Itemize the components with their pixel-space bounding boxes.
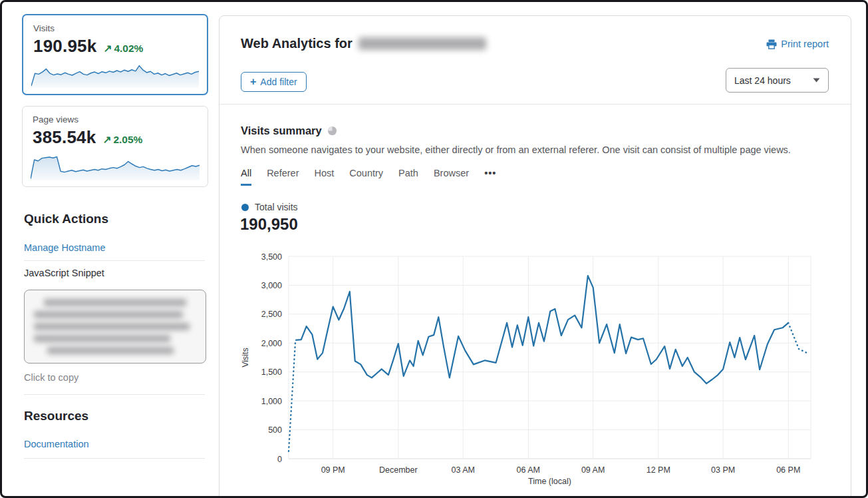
svg-text:Time (local): Time (local) [528, 477, 571, 486]
svg-text:0: 0 [277, 455, 282, 464]
time-range-dropdown[interactable]: Last 24 hours [726, 68, 829, 93]
svg-text:3,000: 3,000 [261, 281, 282, 290]
metric-card-label: Page views [33, 115, 198, 124]
trend-up-icon: ↗ [102, 134, 111, 145]
dimension-tabs: All Referer Host Country Path Browser ••… [241, 168, 496, 186]
page-title-text: Web Analytics for [241, 36, 353, 51]
svg-text:03 AM: 03 AM [451, 465, 474, 475]
divider [24, 260, 205, 261]
redacted-code-line [34, 335, 170, 342]
pie-chart-help-icon[interactable] [327, 126, 337, 136]
visits-summary-title: Visits summary [241, 124, 337, 137]
trend-up-icon: ↗ [103, 43, 112, 54]
svg-text:1,500: 1,500 [261, 368, 282, 377]
svg-text:12 PM: 12 PM [647, 465, 670, 475]
sidebar: Visits 190.95k ↗4.02% Page views 385.54k… [22, 2, 207, 496]
svg-text:09 AM: 09 AM [581, 465, 605, 475]
tab-path[interactable]: Path [398, 168, 418, 186]
metric-card-value: 190.95k [33, 36, 96, 57]
printer-icon [766, 39, 777, 49]
js-snippet-box[interactable] [24, 290, 206, 364]
main-panel: Web Analytics for Print report + Add fil… [219, 15, 851, 498]
tab-country[interactable]: Country [349, 168, 383, 186]
legend-label: Total visits [255, 202, 298, 212]
page-views-sparkline [31, 149, 200, 181]
total-visits-value: 190,950 [240, 215, 298, 234]
tab-referer[interactable]: Referer [267, 168, 299, 186]
quick-actions-title: Quick Actions [24, 212, 108, 226]
svg-text:06 PM: 06 PM [776, 465, 800, 475]
trend-badge: ↗4.02% [103, 43, 143, 55]
metric-card-value: 385.54k [33, 127, 96, 148]
metric-card-visits[interactable]: Visits 190.95k ↗4.02% [22, 14, 208, 95]
chart-legend: Total visits [241, 202, 298, 212]
js-snippet-label: JavaScript Snippet [24, 268, 104, 278]
plus-icon: + [250, 76, 256, 88]
visits-summary-title-text: Visits summary [241, 124, 322, 137]
chevron-down-icon [813, 78, 820, 83]
trend-delta: 4.02% [114, 43, 143, 54]
redacted-code-line [34, 323, 190, 330]
svg-text:03 PM: 03 PM [711, 465, 735, 475]
tab-overflow-ellipsis[interactable]: ••• [484, 168, 496, 186]
redacted-code-line [47, 347, 174, 354]
svg-text:2,000: 2,000 [261, 339, 282, 348]
metric-card-page-views[interactable]: Page views 385.54k ↗2.05% [22, 106, 208, 187]
svg-text:December: December [379, 465, 418, 475]
metric-card-label: Visits [33, 23, 197, 33]
manage-hostname-link[interactable]: Manage Hostname [24, 242, 106, 253]
page-title: Web Analytics for [241, 36, 486, 51]
add-filter-label: Add filter [260, 77, 297, 87]
resources-title: Resources [24, 409, 88, 423]
visits-summary-description: When someone navigates to your website, … [241, 144, 791, 155]
legend-dot-icon [241, 204, 249, 211]
add-filter-button[interactable]: + Add filter [241, 72, 307, 92]
svg-text:09 PM: 09 PM [321, 465, 345, 475]
svg-text:3,500: 3,500 [261, 252, 282, 262]
print-report-label: Print report [781, 39, 829, 49]
divider [24, 394, 205, 395]
tab-host[interactable]: Host [314, 168, 334, 186]
svg-text:500: 500 [268, 425, 282, 435]
click-to-copy-hint: Click to copy [24, 372, 78, 383]
divider [219, 104, 851, 105]
visits-line-chart: 05001,0001,5002,0002,5003,0003,50009 PMD… [239, 249, 831, 491]
svg-text:2,500: 2,500 [261, 310, 282, 319]
print-report-link[interactable]: Print report [766, 39, 829, 49]
svg-text:1,000: 1,000 [261, 397, 282, 406]
redacted-domain [359, 37, 486, 50]
redacted-code-line [34, 311, 183, 318]
divider [24, 458, 205, 459]
trend-badge: ↗2.05% [102, 134, 142, 146]
app-window: Visits 190.95k ↗4.02% Page views 385.54k… [0, 0, 868, 498]
visits-sparkline [31, 57, 199, 89]
trend-delta: 2.05% [113, 134, 142, 145]
tab-browser[interactable]: Browser [434, 168, 469, 186]
documentation-link[interactable]: Documentation [24, 439, 89, 449]
tab-all[interactable]: All [241, 168, 251, 186]
redacted-code-line [44, 299, 187, 306]
time-range-value: Last 24 hours [734, 75, 791, 86]
svg-text:06 AM: 06 AM [517, 465, 540, 475]
svg-text:Visits: Visits [241, 348, 250, 368]
